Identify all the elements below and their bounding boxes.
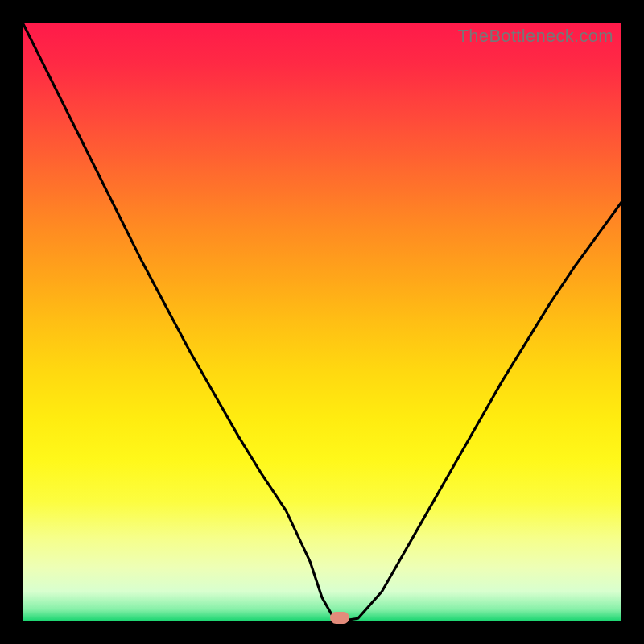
chart-frame: TheBottleneck.com <box>0 0 644 644</box>
bottleneck-curve <box>23 23 621 621</box>
plot-area: TheBottleneck.com <box>23 23 621 621</box>
optimal-marker <box>330 612 349 624</box>
